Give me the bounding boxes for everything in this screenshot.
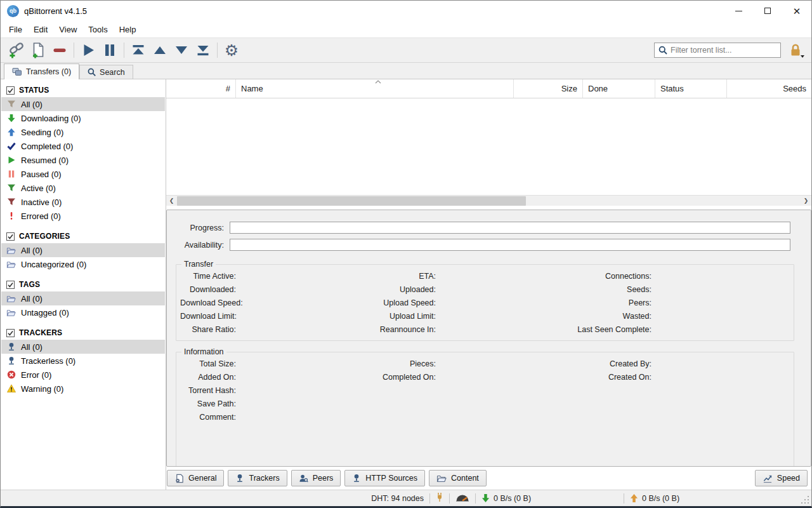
column-header-status[interactable]: Status — [655, 79, 727, 98]
sidebar-status-errored[interactable]: Errored (0) — [1, 209, 165, 223]
delete-torrent-button[interactable] — [49, 41, 70, 60]
move-bottom-button[interactable] — [192, 41, 214, 60]
folder-open-icon — [6, 260, 16, 269]
column-header-number[interactable]: # — [166, 79, 236, 98]
checkbox-checked-icon[interactable] — [6, 232, 15, 241]
general-details-panel: Progress: Availability: Transfer Time Ac… — [166, 210, 811, 467]
sidebar-tracker-error[interactable]: Error (0) — [1, 368, 165, 382]
alt-speed-gauge-icon[interactable] — [455, 493, 469, 504]
options-button[interactable]: ⚙ — [221, 41, 242, 60]
sidebar-status-paused[interactable]: Paused (0) — [1, 167, 165, 181]
sidebar-tracker-warning[interactable]: Warning (0) — [1, 382, 165, 396]
sidebar-status-all[interactable]: All (0) — [1, 97, 165, 111]
menu-tools[interactable]: Tools — [82, 22, 113, 37]
sidebar-section-tags[interactable]: TAGS — [1, 277, 166, 291]
sidebar-status-inactive[interactable]: Inactive (0) — [1, 195, 165, 209]
tab-http-sources[interactable]: HTTP Sources — [344, 470, 425, 486]
sidebar-section-trackers[interactable]: TRACKERS — [1, 326, 166, 340]
http-sources-icon — [352, 474, 361, 483]
torrent-list-empty[interactable] — [166, 98, 811, 195]
filter-sidebar: STATUS All (0) Downloading (0) Seeding (… — [1, 79, 166, 490]
sidebar-tracker-all[interactable]: All (0) — [1, 340, 165, 354]
scroll-left-arrow[interactable]: ❮ — [166, 196, 177, 206]
download-speed-icon — [481, 493, 490, 503]
pause-icon — [102, 42, 118, 58]
move-top-button[interactable] — [128, 41, 149, 60]
sidebar-status-active[interactable]: Active (0) — [1, 181, 165, 195]
global-download-speed[interactable]: 0 B/s (0 B) — [481, 493, 618, 503]
sidebar-section-status[interactable]: STATUS — [1, 83, 166, 97]
minimize-icon — [735, 11, 742, 11]
filter-torrent-input[interactable] — [671, 46, 776, 55]
move-up-button[interactable] — [149, 41, 171, 60]
menu-view[interactable]: View — [53, 22, 82, 37]
checkbox-checked-icon[interactable] — [6, 281, 15, 289]
sidebar-item-label: Seeding (0) — [21, 128, 63, 137]
tab-content[interactable]: Content — [429, 470, 487, 486]
tab-speed[interactable]: Speed — [755, 470, 808, 486]
download-speed-label: Download Speed: — [180, 297, 236, 310]
scroll-right-arrow[interactable]: ❯ — [801, 196, 811, 206]
error-circle-icon — [6, 370, 16, 380]
upload-speed-icon — [630, 493, 638, 503]
move-top-icon — [130, 42, 147, 58]
add-torrent-link-button[interactable] — [6, 41, 27, 60]
menu-bar: File Edit View Tools Help — [1, 21, 811, 37]
sidebar-status-completed[interactable]: Completed (0) — [1, 139, 165, 153]
gear-icon: ⚙ — [225, 43, 239, 58]
sidebar-category-uncategorized[interactable]: Uncategorized (0) — [1, 257, 165, 271]
sidebar-tag-untagged[interactable]: Untagged (0) — [1, 305, 165, 319]
sidebar-status-downloading[interactable]: Downloading (0) — [1, 111, 165, 125]
minimize-button[interactable] — [724, 1, 753, 21]
download-arrow-icon — [6, 114, 16, 123]
scrollbar-track[interactable] — [177, 196, 801, 206]
toolbar: ⚙ — [1, 37, 811, 63]
app-logo-icon: qb — [7, 5, 19, 17]
checkbox-checked-icon[interactable] — [6, 329, 15, 337]
pause-button[interactable] — [99, 41, 121, 60]
connection-status-icon[interactable] — [436, 492, 443, 505]
sidebar-tag-all[interactable]: All (0) — [1, 291, 165, 305]
upload-arrow-icon — [6, 128, 16, 137]
sidebar-tracker-trackerless[interactable]: Trackerless (0) — [1, 354, 165, 368]
sidebar-status-resumed[interactable]: Resumed (0) — [1, 153, 165, 167]
tab-general[interactable]: General — [167, 470, 224, 486]
tracker-icon — [235, 474, 244, 483]
sidebar-item-label: All (0) — [21, 246, 43, 255]
menu-help[interactable]: Help — [114, 22, 142, 37]
lock-ui-button[interactable] — [786, 41, 805, 60]
horizontal-scrollbar[interactable]: ❮ ❯ — [166, 195, 811, 206]
dht-nodes-label: DHT: 94 nodes — [371, 494, 424, 503]
sidebar-section-categories[interactable]: CATEGORIES — [1, 229, 166, 243]
checkbox-checked-icon[interactable] — [6, 86, 15, 95]
sidebar-category-all[interactable]: All (0) — [1, 243, 165, 257]
menu-edit[interactable]: Edit — [28, 22, 53, 37]
tracker-icon — [6, 356, 16, 366]
column-header-done[interactable]: Done — [583, 79, 655, 98]
scrollbar-thumb[interactable] — [177, 196, 526, 206]
sort-ascending-icon — [375, 80, 381, 84]
tab-transfers[interactable]: Transfers (0) — [4, 64, 79, 79]
sidebar-item-label: All (0) — [21, 342, 43, 352]
move-down-button[interactable] — [171, 41, 192, 60]
tab-trackers[interactable]: Trackers — [228, 470, 287, 486]
resume-button[interactable] — [77, 41, 99, 60]
sidebar-status-seeding[interactable]: Seeding (0) — [1, 125, 165, 139]
global-upload-speed[interactable]: 0 B/s (0 B) — [630, 493, 722, 503]
sidebar-item-label: Untagged (0) — [21, 308, 69, 318]
funnel-all-icon — [6, 100, 16, 109]
column-header-seeds[interactable]: Seeds — [727, 79, 811, 98]
sidebar-item-label: Resumed (0) — [21, 156, 69, 165]
tab-search[interactable]: Search — [79, 65, 133, 79]
toolbar-separator — [217, 43, 218, 58]
maximize-button[interactable] — [753, 1, 782, 21]
column-header-size[interactable]: Size — [514, 79, 583, 98]
tab-peers[interactable]: Peers — [291, 470, 341, 486]
general-icon — [174, 474, 184, 483]
sidebar-item-label: Inactive (0) — [21, 197, 62, 207]
close-button[interactable]: ✕ — [782, 1, 811, 21]
categories-section-title: CATEGORIES — [19, 232, 70, 241]
resize-grip[interactable] — [801, 496, 810, 505]
menu-file[interactable]: File — [3, 22, 28, 37]
add-torrent-file-button[interactable] — [27, 41, 49, 60]
